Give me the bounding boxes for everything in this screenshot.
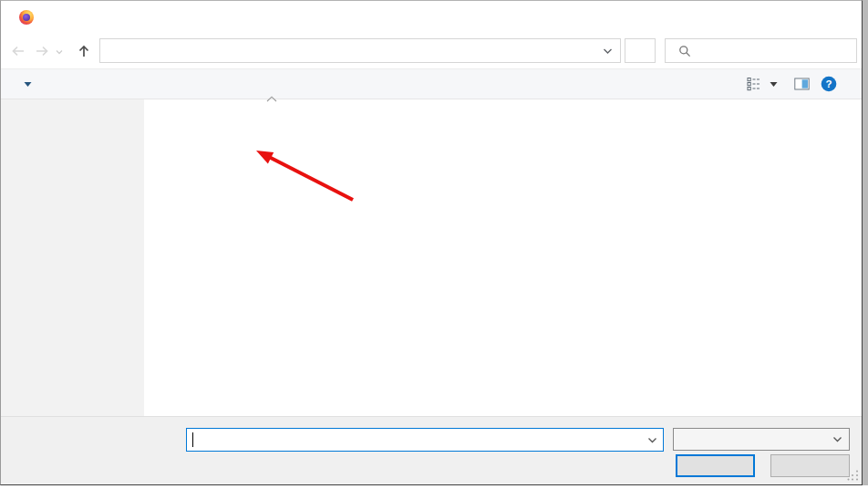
title-bar [1, 1, 862, 34]
filename-input[interactable] [187, 429, 663, 451]
svg-text:?: ? [825, 78, 832, 89]
organize-button[interactable] [17, 69, 32, 99]
firefox-icon [19, 10, 34, 25]
file-type-select[interactable] [673, 428, 850, 451]
sort-ascending-icon[interactable] [266, 96, 277, 102]
file-type-chevron-icon [832, 436, 842, 443]
command-toolbar: ? [1, 68, 862, 99]
recent-locations-chevron-icon[interactable] [55, 47, 64, 57]
search-icon [678, 45, 691, 57]
file-upload-dialog: ? [0, 0, 863, 485]
text-caret [192, 432, 193, 447]
chevron-down-icon [24, 81, 32, 88]
preview-pane-icon[interactable] [794, 77, 810, 91]
address-dropdown-chevron-icon[interactable] [603, 47, 613, 56]
navigation-bar [1, 34, 862, 68]
filename-dropdown-chevron-icon[interactable] [647, 437, 657, 444]
back-icon[interactable] [10, 43, 26, 59]
cancel-button[interactable] [770, 454, 850, 477]
main-content [1, 99, 862, 416]
navigation-pane [1, 99, 144, 416]
address-bar[interactable] [99, 38, 621, 63]
filename-combobox [186, 428, 664, 452]
close-icon[interactable] [829, 8, 851, 26]
search-box[interactable] [665, 38, 857, 63]
views-chevron-icon[interactable] [770, 81, 778, 88]
resize-grip[interactable] [846, 469, 859, 482]
open-button[interactable] [676, 454, 755, 477]
refresh-button[interactable] [625, 38, 656, 63]
desktop-background-strip [863, 0, 868, 485]
forward-icon[interactable] [34, 43, 50, 59]
help-icon[interactable]: ? [821, 76, 837, 92]
folder-icon [106, 44, 120, 58]
up-icon[interactable] [76, 43, 92, 59]
dialog-footer [1, 416, 862, 484]
change-view-icon[interactable] [747, 77, 761, 91]
